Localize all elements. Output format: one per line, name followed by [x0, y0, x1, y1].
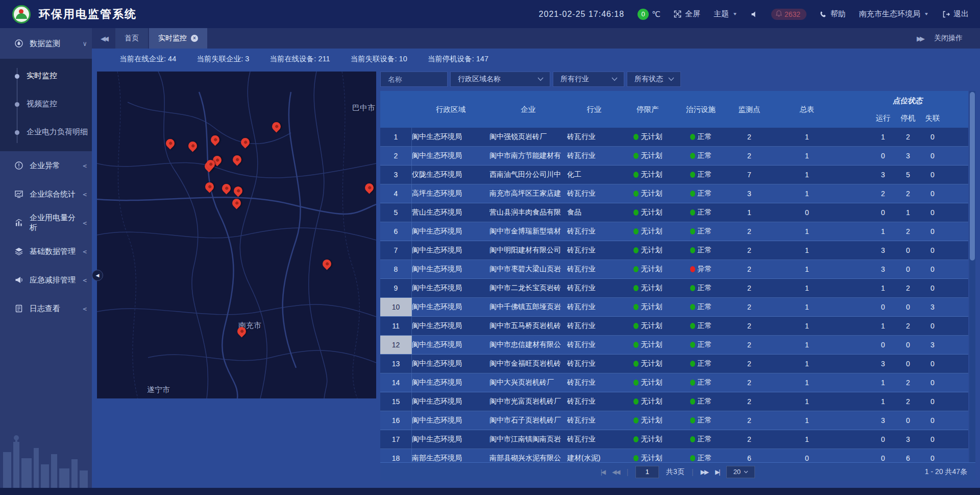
sidebar-subitem-企业电力负荷明细[interactable]: 企业电力负荷明细: [0, 118, 92, 146]
map-collapse-button[interactable]: ◀: [92, 270, 103, 281]
cell-facility-status: 正常: [674, 321, 727, 331]
page-number-input[interactable]: [635, 466, 659, 478]
table-row[interactable]: 10阆中生态环境局阆中千佛镇五郎垭页岩砖瓦行业无计划正常21003: [380, 298, 968, 317]
cell-industry: 食品: [567, 208, 621, 217]
sidebar-item-数据监测[interactable]: 数据监测∨: [0, 28, 92, 59]
sidebar-item-基础数据管理[interactable]: 基础数据管理<: [0, 237, 92, 266]
table-row[interactable]: 11阆中生态环境局阆中市五马桥页岩机砖砖瓦行业无计划正常21120: [380, 317, 968, 336]
status-dot-icon: [690, 323, 695, 329]
fullscreen-icon: [674, 10, 681, 18]
cell-facility-status: 正常: [674, 151, 727, 160]
sidebar-item-应急减排管理[interactable]: 应急减排管理<: [0, 266, 92, 294]
table-row[interactable]: 9阆中生态环境局阆中市二龙长宝页岩砖砖瓦行业无计划正常21120: [380, 279, 968, 298]
cell-industry: 化工: [567, 170, 621, 179]
cell-run: 3: [870, 360, 896, 368]
limit-text: 无计划: [641, 340, 663, 349]
region-select[interactable]: 行政区域名称: [450, 72, 550, 87]
theme-menu[interactable]: 主题 ▼: [714, 9, 738, 19]
name-search-field[interactable]: [380, 72, 448, 87]
next-page-button[interactable]: ▶▶: [701, 468, 708, 476]
sidebar-subitem-实时监控[interactable]: 实时监控: [0, 62, 92, 90]
table-row[interactable]: 12阆中生态环境局阆中市忠信建材有限公砖瓦行业无计划正常21003: [380, 336, 968, 355]
table-row[interactable]: 6阆中生态环境局阆中市金博瑞新型墙材砖瓦行业无计划正常21120: [380, 222, 968, 241]
cell-meter: 1: [771, 360, 843, 368]
cell-lost: 3: [920, 303, 945, 311]
cell-stop: 0: [896, 341, 920, 349]
table-row[interactable]: 1阆中生态环境局阆中强锐页岩砖厂砖瓦行业无计划正常21120: [380, 128, 968, 147]
stat-label: 当前失联设备:: [351, 55, 399, 63]
cell-stop: 2: [896, 284, 920, 292]
sidebar-item-日志查看[interactable]: 日志查看<: [0, 294, 92, 323]
facility-text: 正常: [698, 227, 712, 236]
cell-region: 营山生态环境局: [412, 208, 489, 217]
prev-page-button[interactable]: ◀◀: [612, 468, 619, 476]
cell-company: 阆中市金福旺页岩机砖: [489, 359, 567, 368]
table-row[interactable]: 7阆中生态环境局阆中明阳建材有限公司砖瓦行业无计划正常21300: [380, 241, 968, 260]
chevron-left-icon: <: [83, 219, 87, 227]
cell-lost: 0: [920, 360, 945, 368]
cell-limit-status: 无计划: [621, 189, 674, 198]
close-tab-icon[interactable]: ×: [191, 35, 198, 42]
tabs-scroll-right-button[interactable]: ▶▶: [917, 35, 923, 42]
table-row[interactable]: 17阆中生态环境局阆中市江南镇阆南页岩砖瓦行业无计划正常21030: [380, 430, 968, 449]
tab-实时监控[interactable]: 实时监控×: [149, 28, 207, 49]
cell-region: 高坪生态环境局: [412, 189, 489, 198]
cell-points: 2: [727, 322, 771, 330]
status-dot-icon: [633, 134, 639, 140]
table-row[interactable]: 13阆中生态环境局阆中市金福旺页岩机砖砖瓦行业无计划正常21300: [380, 355, 968, 373]
status-select[interactable]: 所有状态: [627, 72, 681, 87]
status-dot-icon: [633, 172, 639, 178]
limit-text: 无计划: [641, 132, 663, 142]
mute-button[interactable]: [751, 11, 758, 18]
cell-lost: 0: [920, 227, 945, 235]
table-row[interactable]: 14阆中生态环境局阆中大兴页岩机砖厂砖瓦行业无计划正常21120: [380, 373, 968, 392]
fullscreen-button[interactable]: 全屏: [674, 9, 700, 19]
cell-meter: 1: [771, 397, 843, 406]
cell-points: 2: [727, 416, 771, 425]
cell-region: 阆中生态环境局: [412, 416, 489, 425]
scrollbar-thumb[interactable]: [970, 92, 975, 261]
cell-meter: 1: [771, 133, 843, 141]
page-size-select[interactable]: 20: [726, 466, 755, 478]
map-roads-icon: [97, 72, 376, 398]
sidebar-item-企业用电量分析[interactable]: 企业用电量分析<: [0, 208, 92, 237]
logout-button[interactable]: 退出: [942, 9, 969, 19]
org-menu[interactable]: 南充市生态环境局 ▼: [859, 9, 929, 19]
cell-points: 2: [727, 227, 771, 235]
table-row[interactable]: 16阆中生态环境局阆中市石子页岩机砖厂砖瓦行业无计划正常21300: [380, 411, 968, 430]
cell-points: 2: [727, 397, 771, 406]
sidebar-subitem-视频监控[interactable]: 视频监控: [0, 90, 92, 118]
industry-select[interactable]: 所有行业: [553, 72, 624, 87]
cell-industry: 砖瓦行业: [567, 397, 621, 406]
last-page-button[interactable]: ▶|: [715, 468, 719, 476]
table-row[interactable]: 5营山生态环境局营山县润丰肉食品有限食品无计划正常10010: [380, 203, 968, 222]
cell-run: 3: [870, 416, 896, 425]
table-row[interactable]: 4高坪生态环境局南充市高坪区王家店建砖瓦行业无计划正常31220: [380, 184, 968, 203]
row-index: 10: [380, 298, 412, 316]
row-index: 4: [380, 184, 412, 203]
name-search-input[interactable]: [388, 75, 441, 83]
help-button[interactable]: 帮助: [820, 9, 846, 19]
sidebar-item-企业异常[interactable]: 企业异常<: [0, 151, 92, 180]
cell-points: 1: [727, 208, 771, 217]
notification-count: 2632: [785, 10, 800, 18]
table-row[interactable]: 2阆中生态环境局阆中市南方节能建材有砖瓦行业无计划正常21030: [380, 147, 968, 166]
cell-points: 2: [727, 152, 771, 160]
cell-industry: 砖瓦行业: [567, 265, 621, 274]
table-row[interactable]: 8阆中生态环境局阆中市枣碧大梁山页岩砖瓦行业无计划异常21300: [380, 260, 968, 279]
table-row[interactable]: 15阆中生态环境局阆中市光富页岩机砖厂砖瓦行业无计划正常21120: [380, 392, 968, 411]
cell-stop: 0: [896, 265, 920, 273]
cell-run: 1: [870, 379, 896, 387]
notification-badge[interactable]: 2632: [771, 9, 806, 20]
cell-company: 阆中市五马桥页岩机砖: [489, 321, 567, 331]
close-operations-button[interactable]: 关闭操作: [934, 34, 963, 43]
chevron-down-icon: ▼: [924, 12, 929, 16]
table-scrollbar[interactable]: [969, 91, 975, 481]
first-page-button[interactable]: |◀: [601, 468, 605, 476]
table-row[interactable]: 3仪陇生态环境局西南油气田分公司川中化工无计划正常71350: [380, 166, 968, 184]
map-panel[interactable]: 巴中市南充市遂宁市: [97, 72, 376, 398]
tabs-scroll-left-button[interactable]: ◀◀: [92, 28, 115, 49]
sidebar-item-企业综合统计[interactable]: 企业综合统计<: [0, 180, 92, 208]
tab-首页[interactable]: 首页: [115, 28, 148, 49]
cell-facility-status: 正常: [674, 208, 727, 217]
